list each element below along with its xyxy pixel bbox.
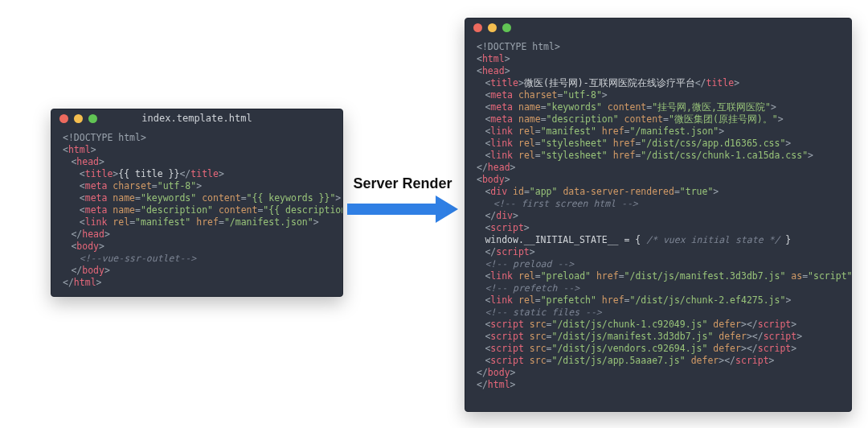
code-line: <head>: [477, 65, 840, 77]
code-line: <!-- static files -->: [477, 307, 840, 319]
code-line: <meta name="description" content="{{ des…: [63, 204, 331, 216]
code-line: <meta charset="utf-8">: [63, 180, 331, 192]
arrow-icon: [347, 195, 458, 223]
code-line: window.__INITIAL_STATE__ = { /* vuex ini…: [477, 234, 840, 246]
code-line: <!--vue-ssr-outlet-->: [63, 253, 331, 265]
code-line: <script src="/dist/js/chunk-1.c92049.js"…: [477, 319, 840, 331]
code-line: <html>: [63, 144, 331, 156]
traffic-light-close-icon: [473, 23, 482, 32]
code-line: <!DOCTYPE html>: [477, 41, 840, 53]
window-titlebar: [465, 19, 851, 36]
code-line: <!-- first screen html -->: [477, 198, 840, 210]
traffic-light-minimize-icon: [488, 23, 497, 32]
code-line: <meta name="keywords" content="挂号网,微医,互联…: [477, 101, 840, 113]
code-line: <link rel="prefetch" href="/dist/js/chun…: [477, 294, 840, 307]
traffic-light-minimize-icon: [74, 114, 83, 123]
code-line: <meta name="description" content="微医集团(原…: [477, 113, 840, 126]
code-line: <body>: [477, 174, 840, 186]
code-line: <html>: [477, 53, 840, 65]
code-line: </html>: [477, 379, 840, 391]
code-line: <!DOCTYPE html>: [63, 132, 331, 144]
code-line: </body>: [477, 367, 840, 379]
code-line: </div>: [477, 210, 840, 222]
diagram-stage: index.template.html <!DOCTYPE html><html…: [0, 0, 868, 428]
traffic-light-zoom-icon: [88, 114, 97, 123]
code-line: <link rel="preload" href="/dist/js/manif…: [477, 270, 840, 282]
code-line: </script>: [477, 246, 840, 258]
code-line: </html>: [63, 277, 331, 289]
code-line: <link rel="stylesheet" href="/dist/css/c…: [477, 150, 840, 162]
code-line: </head>: [477, 162, 840, 174]
code-line: <!-- preload -->: [477, 258, 840, 270]
code-block-left: <!DOCTYPE html><html><head><title>{{ tit…: [51, 127, 342, 297]
traffic-light-zoom-icon: [502, 23, 511, 32]
code-line: <title>微医(挂号网)-互联网医院在线诊疗平台</title>: [477, 77, 840, 89]
code-line: <link rel="stylesheet" href="/dist/css/a…: [477, 138, 840, 150]
code-line: </body>: [63, 265, 331, 277]
code-block-right: <!DOCTYPE html><html><head><title>微医(挂号网…: [465, 36, 851, 399]
code-line: <script src="/dist/js/manifest.3d3db7.js…: [477, 331, 840, 343]
code-line: <body>: [63, 241, 331, 253]
code-line: <div id="app" data-server-rendered="true…: [477, 186, 840, 198]
traffic-light-close-icon: [59, 114, 68, 123]
code-line: <meta charset="utf-8">: [477, 89, 840, 101]
arrow-wrap: Server Render: [347, 175, 458, 223]
rendered-output-window: <!DOCTYPE html><html><head><title>微医(挂号网…: [465, 18, 852, 412]
code-line: <script src="/dist/js/vendors.c92694.js"…: [477, 343, 840, 355]
arrow-label: Server Render: [353, 175, 452, 192]
code-line: </head>: [63, 228, 331, 241]
window-titlebar: index.template.html: [51, 109, 342, 127]
svg-marker-1: [436, 195, 458, 223]
code-line: <link rel="manifest" href="/manifest.jso…: [63, 216, 331, 228]
code-line: <script src="/dist/js/app.5aaae7.js" def…: [477, 355, 840, 367]
code-line: <!-- prefetch -->: [477, 282, 840, 294]
source-template-window: index.template.html <!DOCTYPE html><html…: [51, 109, 343, 297]
code-line: <link rel="manifest" href="/manifest.jso…: [477, 126, 840, 138]
svg-rect-0: [347, 204, 436, 215]
code-line: <script>: [477, 222, 840, 234]
code-line: <head>: [63, 156, 331, 168]
code-line: <meta name="keywords" content="{{ keywor…: [63, 192, 331, 204]
code-line: <title>{{ title }}</title>: [63, 168, 331, 180]
